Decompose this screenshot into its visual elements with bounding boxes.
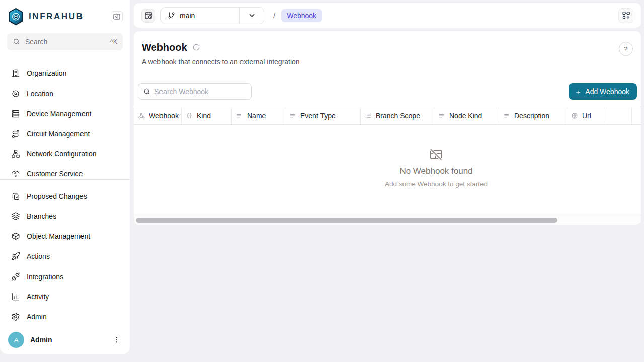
chevron-down-icon: [248, 11, 256, 20]
text-lines-icon: [289, 112, 296, 119]
globe-icon: [571, 112, 578, 119]
infrahub-hexagon-icon: [8, 8, 24, 26]
table-off-icon: [385, 148, 488, 161]
branch-selector-value[interactable]: main: [161, 8, 239, 24]
text-lines-icon: [236, 112, 243, 119]
time-travel-button[interactable]: [141, 9, 155, 23]
sidebar-item-organization[interactable]: Organization: [5, 63, 125, 83]
column-label: Description: [514, 112, 549, 120]
git-branch-icon: [168, 12, 175, 19]
table-body: No Webhook found Add some Webhook to get…: [134, 125, 641, 215]
server-rack-icon: [11, 109, 20, 118]
search-placeholder-text: Search: [25, 38, 47, 46]
branch-name: main: [180, 12, 195, 20]
column-header-webhook[interactable]: Webhook: [134, 107, 182, 124]
kebab-menu-icon[interactable]: [112, 334, 122, 346]
content-card: Webhook A webhook that connects to an ex…: [134, 31, 641, 225]
search-icon: [143, 88, 150, 95]
sidebar-item-object-management[interactable]: Object Management: [5, 226, 125, 246]
breadcrumb-webhook[interactable]: Webhook: [281, 9, 322, 22]
nav-label: Location: [27, 89, 53, 98]
column-header-spacer: [604, 107, 632, 124]
column-label: Webhook: [149, 112, 179, 120]
sidebar-item-admin[interactable]: Admin: [5, 307, 125, 327]
column-label: Name: [247, 112, 266, 120]
workflow-button[interactable]: [618, 8, 633, 23]
empty-state-title: No Webhook found: [385, 166, 488, 176]
plus-icon: +: [576, 87, 581, 96]
search-icon: [13, 38, 20, 45]
sidebar-header: INFRAHUB: [0, 0, 130, 26]
user-name: Admin: [30, 336, 52, 344]
column-header-name[interactable]: Name: [232, 107, 285, 124]
sidebar: INFRAHUB Search ^K Org: [0, 0, 130, 354]
sidebar-item-proposed-changes[interactable]: Proposed Changes: [5, 186, 125, 206]
list-icon: [365, 112, 372, 119]
nav-label: Admin: [27, 313, 47, 321]
webhook-icon: [138, 112, 145, 119]
column-header-branch-scope[interactable]: Branch Scope: [361, 107, 434, 124]
sidebar-collapse-button[interactable]: [111, 11, 123, 22]
page-title: Webhook: [142, 41, 187, 53]
user-menu[interactable]: A Admin: [0, 327, 130, 354]
copy-diff-icon: [11, 192, 20, 201]
sidebar-item-branches[interactable]: Branches: [5, 206, 125, 226]
webhook-search-input[interactable]: [154, 87, 246, 96]
page-header: Webhook A webhook that connects to an ex…: [134, 31, 641, 66]
nav-label: Branches: [27, 212, 56, 220]
panel-collapse-icon: [113, 13, 121, 21]
layers-icon: [11, 212, 20, 221]
column-header-kind[interactable]: Kind: [182, 107, 232, 124]
sidebar-item-network-configuration[interactable]: Network Configuration: [5, 144, 125, 164]
calendar-clock-icon: [144, 11, 153, 20]
plug-icon: [11, 272, 20, 281]
add-webhook-label: Add Webhook: [585, 87, 629, 96]
toolbar: + Add Webhook: [134, 83, 641, 100]
column-label: Kind: [197, 112, 211, 120]
nav-label: Circuit Management: [27, 130, 90, 138]
branch-selector-caret[interactable]: [239, 8, 264, 24]
empty-state-subtitle: Add some Webhook to get started: [385, 180, 488, 188]
handshake-icon: [11, 169, 20, 178]
refresh-icon[interactable]: [192, 43, 200, 51]
sidebar-item-activity[interactable]: Activity: [5, 287, 125, 307]
sidebar-item-location[interactable]: Location: [5, 83, 125, 104]
empty-state: No Webhook found Add some Webhook to get…: [385, 148, 488, 188]
sidebar-item-integrations[interactable]: Integrations: [5, 266, 125, 287]
global-search[interactable]: Search ^K: [7, 33, 123, 50]
horizontal-scrollbar: [134, 215, 641, 225]
column-header-node-kind[interactable]: Node Kind: [434, 107, 499, 124]
nav-label: Organization: [27, 69, 66, 77]
gear-icon: [11, 312, 20, 321]
horizontal-scrollbar-thumb[interactable]: [136, 218, 557, 223]
rocket-icon: [11, 252, 20, 261]
column-label: Event Type: [300, 112, 336, 120]
add-webhook-button[interactable]: + Add Webhook: [569, 83, 637, 100]
column-header-event-type[interactable]: Event Type: [285, 107, 361, 124]
nav-label: Proposed Changes: [27, 192, 87, 200]
column-label: Url: [582, 112, 591, 120]
location-icon: [11, 89, 20, 98]
brand-logo[interactable]: INFRAHUB: [8, 8, 84, 26]
column-header-description[interactable]: Description: [499, 107, 567, 124]
column-label: Node Kind: [449, 112, 482, 120]
text-lines-icon: [503, 112, 510, 119]
column-header-url[interactable]: Url: [567, 107, 604, 124]
help-button[interactable]: ?: [619, 42, 633, 56]
sidebar-schema-nav: Organization Location Device Management: [0, 63, 130, 179]
route-icon: [11, 129, 20, 138]
brand-name: INFRAHUB: [29, 12, 84, 22]
nav-label: Actions: [27, 252, 50, 260]
sidebar-item-circuit-management[interactable]: Circuit Management: [5, 124, 125, 144]
page-subtitle: A webhook that connects to an external i…: [142, 57, 633, 66]
bar-chart-icon: [11, 292, 20, 301]
sidebar-item-customer-service[interactable]: Customer Service: [5, 164, 125, 179]
branch-selector[interactable]: main: [160, 7, 264, 24]
network-tree-icon: [11, 149, 20, 158]
sidebar-item-device-management[interactable]: Device Management: [5, 104, 125, 124]
building-icon: [11, 69, 20, 78]
sidebar-item-actions[interactable]: Actions: [5, 246, 125, 266]
nav-label: Integrations: [27, 273, 63, 281]
table-header-row: Webhook Kind Name: [134, 107, 641, 125]
nav-label: Customer Service: [27, 170, 83, 178]
